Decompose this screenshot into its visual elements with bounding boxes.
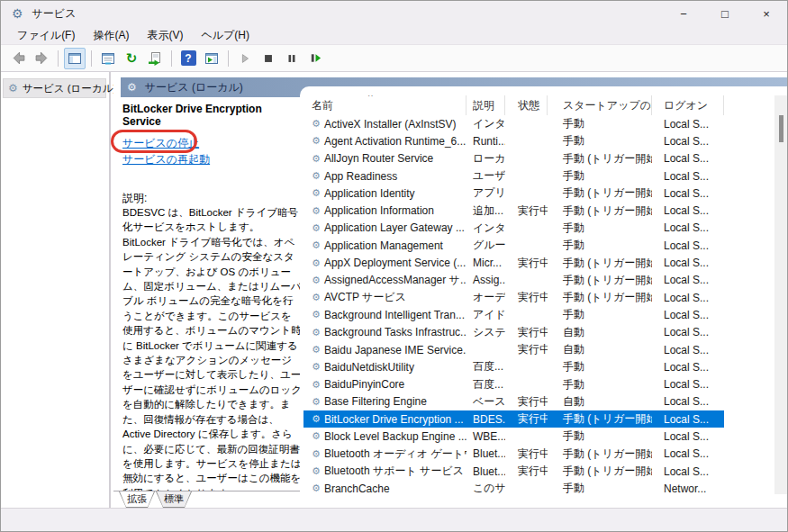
service-row[interactable]: ⚙ BitLocker Drive Encryption ... BDES...…: [303, 410, 724, 428]
service-row[interactable]: ⚙ Baidu Japanese IME Service... 実行中 自動 L…: [303, 341, 724, 358]
cell-logon: Local S...: [652, 118, 724, 131]
cell-logon: Networ...: [652, 482, 724, 494]
service-row[interactable]: ⚙ Background Intelligent Tran... アイド... …: [303, 306, 724, 323]
services-list: 名前 ^ 説明 状態 スタートアップの種類 ログオン ⚙ ActiveX Ins…: [300, 86, 787, 494]
cell-startup: 手動: [548, 238, 652, 253]
maximize-button[interactable]: □: [704, 1, 746, 26]
service-description-text: BDESVC は、BitLocker ドライブ暗号化サービスをホストします。Bi…: [122, 205, 302, 500]
pause-service-icon[interactable]: [281, 48, 303, 69]
show-console-tree-icon[interactable]: [64, 48, 86, 69]
cell-logon: Local S...: [652, 170, 724, 183]
service-row[interactable]: ⚙ AVCTP サービス オーデ... 実行中 手動 (トリガー開始) Loca…: [303, 289, 724, 306]
cell-startup: 手動: [548, 359, 652, 374]
service-row[interactable]: ⚙ Base Filtering Engine ベース... 実行中 自動 Lo…: [303, 393, 724, 410]
cell-startup: 手動: [548, 377, 652, 392]
column-header-description[interactable]: 説明: [466, 95, 505, 115]
cell-desc: WBE...: [466, 430, 505, 443]
tab-standard[interactable]: 標準: [156, 491, 192, 508]
service-row[interactable]: ⚙ App Readiness ユーザ... 手動 Local S...: [303, 167, 724, 185]
service-row[interactable]: ⚙ AppX Deployment Service (... Micr... 実…: [303, 254, 724, 271]
service-row[interactable]: ⚙ AllJoyn Router Service ローカ... 手動 (トリガー…: [303, 150, 724, 167]
service-row[interactable]: ⚙ Application Information 追加... 実行中 手動 (…: [303, 202, 724, 219]
column-header-name[interactable]: 名前 ^: [303, 95, 466, 115]
extended-view-title: サービス (ローカル): [145, 80, 243, 95]
cell-startup: 手動 (トリガー開始): [548, 446, 652, 462]
vertical-scrollbar[interactable]: [774, 95, 787, 494]
service-row[interactable]: ⚙ BranchCache このサ... 手動 Networ...: [303, 480, 724, 494]
cell-logon: Local S...: [652, 447, 724, 460]
service-gear-icon: ⚙: [312, 431, 321, 441]
cell-startup: 手動 (トリガー開始): [548, 464, 652, 479]
cell-desc: ベース...: [466, 394, 505, 410]
cell-desc: Assig...: [466, 274, 505, 286]
window-controls: − □ ×: [663, 1, 787, 26]
cell-logon: Local S...: [652, 430, 724, 443]
cell-logon: Local S...: [652, 204, 724, 217]
start-service-icon[interactable]: [234, 48, 256, 69]
cell-desc: このサ...: [466, 481, 505, 494]
cell-name-text: Base Filtering Engine: [324, 395, 427, 408]
cell-name-text: AllJoyn Router Service: [324, 152, 433, 165]
cell-name-text: Agent Activation Runtime_6...: [324, 135, 466, 148]
tab-extended[interactable]: 拡張: [119, 491, 155, 508]
close-button[interactable]: ×: [746, 1, 787, 26]
cell-desc: アイド...: [466, 307, 505, 322]
column-header-startup-type[interactable]: スタートアップの種類: [548, 95, 652, 115]
service-row[interactable]: ⚙ Block Level Backup Engine ... WBE... 手…: [303, 428, 724, 445]
stop-service-link[interactable]: サービスの停止: [122, 136, 199, 151]
service-row[interactable]: ⚙ BaiduNetdiskUtility 百度... 手動 Local S..…: [303, 358, 724, 375]
cell-logon: Local S...: [652, 274, 724, 286]
service-row[interactable]: ⚙ Application Identity アプリ... 手動 (トリガー開始…: [303, 185, 724, 202]
stop-service-icon[interactable]: [258, 48, 279, 69]
menu-help[interactable]: ヘルプ(H): [192, 26, 258, 45]
column-header-logon[interactable]: ログオン: [652, 95, 724, 115]
toolbar: ↻ ?: [1, 45, 787, 72]
service-row[interactable]: ⚙ Agent Activation Runtime_6... Runti...…: [303, 132, 724, 149]
service-gear-icon: ⚙: [312, 310, 321, 320]
service-row[interactable]: ⚙ Bluetooth サポート サービス Bluet... 実行中 手動 (ト…: [303, 463, 724, 480]
service-gear-icon: ⚙: [312, 119, 321, 129]
column-header-status[interactable]: 状態: [505, 95, 548, 115]
service-row[interactable]: ⚙ ActiveX Installer (AxInstSV) インタ... 手動…: [303, 115, 724, 132]
menu-file[interactable]: ファイル(F): [8, 26, 84, 45]
menu-bar: ファイル(F) 操作(A) 表示(V) ヘルプ(H): [1, 26, 787, 45]
service-description-panel: BitLocker Drive Encryption Service サービスの…: [121, 97, 302, 490]
window-title: サービス: [32, 6, 77, 22]
service-row[interactable]: ⚙ Application Management グルー... 手動 Local…: [303, 237, 724, 254]
services-list-body: ⚙ ActiveX Installer (AxInstSV) インタ... 手動…: [303, 115, 774, 494]
service-gear-icon: ⚙: [312, 345, 321, 355]
cell-logon: Local S...: [652, 187, 724, 200]
show-action-pane-icon[interactable]: [201, 48, 222, 69]
menu-view[interactable]: 表示(V): [138, 26, 192, 45]
cell-status: 実行中: [505, 394, 548, 410]
service-row[interactable]: ⚙ BaiduPinyinCore 百度... 手動 Local S...: [303, 375, 724, 392]
back-icon[interactable]: [7, 48, 29, 69]
services-pane: ⚙ サービス (ローカル) BitLocker Drive Encryption…: [113, 72, 787, 508]
service-row[interactable]: ⚙ Application Layer Gateway ... インタ... 手…: [303, 220, 724, 237]
cell-logon: Local S...: [652, 152, 724, 165]
service-row[interactable]: ⚙ Background Tasks Infrastruc... システ... …: [303, 324, 724, 341]
cell-startup: 自動: [548, 394, 652, 410]
cell-name-text: Application Identity: [324, 187, 415, 200]
forward-icon[interactable]: [31, 48, 52, 69]
cell-startup: 手動: [548, 133, 652, 149]
restart-service-icon[interactable]: [304, 48, 326, 69]
cell-startup: 自動: [548, 325, 652, 340]
service-row[interactable]: ⚙ Bluetooth オーディオ ゲートウェ... Bluet... 実行中 …: [303, 446, 724, 463]
properties-icon[interactable]: [97, 48, 119, 69]
scrollbar-thumb[interactable]: [779, 115, 783, 142]
menu-action[interactable]: 操作(A): [84, 26, 138, 45]
cell-status: 実行中: [505, 464, 548, 479]
service-row[interactable]: ⚙ AssignedAccessManager サ... Assig... 手動…: [303, 272, 724, 289]
cell-name-text: BitLocker Drive Encryption ...: [324, 413, 464, 426]
minimize-button[interactable]: −: [663, 1, 704, 26]
help-icon[interactable]: ?: [177, 48, 199, 69]
export-list-icon[interactable]: [144, 48, 166, 69]
main-area: ⚙ サービス (ローカル) ⚙ サービス (ローカル) BitLocker Dr…: [1, 72, 787, 508]
restart-service-link[interactable]: サービスの再起動: [122, 152, 210, 167]
cell-logon: Local S...: [652, 395, 724, 408]
refresh-icon[interactable]: ↻: [121, 48, 142, 69]
tree-item-services-local[interactable]: ⚙ サービス (ローカル): [3, 78, 106, 98]
cell-startup: 手動 (トリガー開始): [548, 256, 652, 271]
cell-name-text: AssignedAccessManager サ...: [324, 273, 466, 288]
